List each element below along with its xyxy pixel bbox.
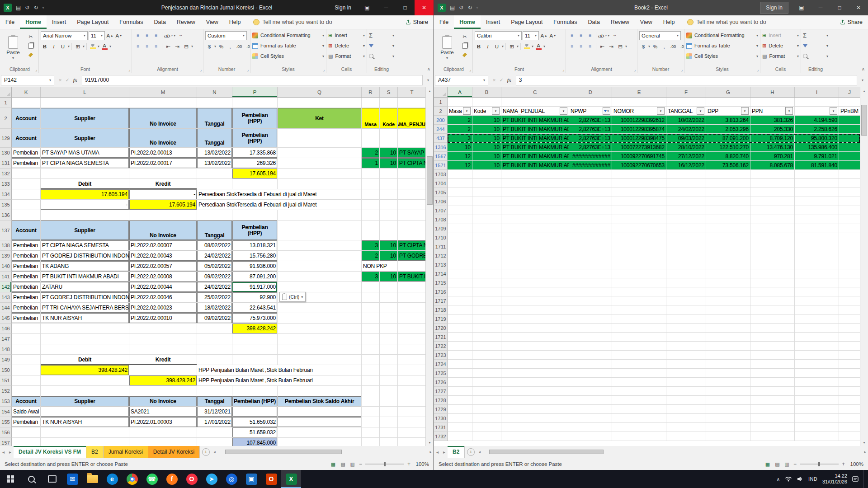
cell-F1709[interactable]	[666, 224, 706, 233]
cell-F1705[interactable]	[666, 188, 706, 197]
cell-Q131[interactable]	[278, 158, 362, 169]
cell-E2[interactable]: NOMOR▾	[612, 107, 666, 116]
cell-D1709[interactable]	[569, 224, 612, 233]
cell-S154[interactable]	[380, 407, 398, 417]
cell-J1731[interactable]	[839, 423, 860, 432]
cell-E1722[interactable]	[612, 342, 666, 351]
row-header-1718[interactable]: 1718	[434, 305, 448, 314]
cell-M143[interactable]: PI.2022.02.00046	[129, 292, 197, 303]
row-header-1725[interactable]: 1725	[434, 369, 448, 378]
cell-I1727[interactable]	[795, 387, 839, 396]
tell-me-box[interactable]: Tell me what you want to do	[253, 15, 332, 29]
taskbar-app-mail[interactable]: ✉	[62, 470, 82, 488]
cell-N156[interactable]	[197, 427, 232, 438]
cell-A1728[interactable]	[448, 396, 472, 405]
cell-C1714[interactable]	[501, 269, 569, 278]
cell-D1715[interactable]	[569, 278, 612, 287]
cell-I1725[interactable]	[795, 369, 839, 378]
cell-S153[interactable]	[380, 396, 398, 407]
cell-L156[interactable]	[41, 427, 129, 438]
cell-P131[interactable]: 269.326	[232, 158, 278, 169]
row-header-147[interactable]: 147	[0, 334, 12, 344]
cell-T135[interactable]	[398, 200, 425, 210]
increase-decimal-button[interactable]: .00	[235, 42, 243, 51]
scroll-down-icon[interactable]: ▾	[426, 439, 434, 446]
cell-A437[interactable]: 3	[448, 134, 472, 143]
name-box[interactable]: P142▾	[1, 75, 54, 85]
filter-button[interactable]: ▾	[492, 107, 500, 115]
row-header-1731[interactable]: 1731	[434, 423, 448, 432]
dialog-launcher-icon[interactable]: ⌟	[562, 67, 564, 72]
row-header-142[interactable]: 142	[0, 282, 12, 292]
cell-G1719[interactable]	[706, 314, 750, 324]
cell-S1[interactable]	[380, 98, 398, 108]
cut-button[interactable]: ✂	[459, 33, 470, 41]
cell-K2[interactable]: Account	[12, 108, 41, 129]
cell-R137[interactable]	[362, 221, 380, 240]
tab-data[interactable]: Data	[582, 15, 605, 29]
row-header-1723[interactable]: 1723	[434, 351, 448, 360]
cell-P148[interactable]	[232, 344, 278, 355]
cell-B1567[interactable]: 10	[472, 152, 501, 161]
row-header-1726[interactable]: 1726	[434, 378, 448, 387]
cell-B1707[interactable]	[472, 206, 501, 215]
row-header-149[interactable]: 149	[0, 355, 12, 365]
cell-P132[interactable]: 17.605.194	[232, 169, 278, 179]
cell-G1567[interactable]: 8.820.740	[706, 152, 750, 161]
cell-T146[interactable]	[398, 324, 425, 334]
cell-T131[interactable]: PT CIPTA NIAGA SEMESTA	[398, 158, 425, 169]
undo-icon[interactable]: ↺	[459, 5, 463, 11]
cell-J1713[interactable]	[839, 260, 860, 269]
cell-S130[interactable]: 10	[380, 148, 398, 158]
horizontal-scroll-thumb[interactable]	[225, 450, 342, 454]
cell-C200[interactable]: PT BUKIT INTI MAKMUR ABADI	[501, 116, 569, 125]
sheet-tab-detail-jv-koreksi[interactable]: Detail JV Koreksi	[148, 446, 200, 458]
cell-G1706[interactable]	[706, 197, 750, 206]
autosum-button[interactable]: Σ▾	[803, 31, 828, 40]
cell-A1712[interactable]	[448, 251, 472, 260]
cell-C1[interactable]	[501, 98, 569, 107]
row-header-1705[interactable]: 1705	[434, 188, 448, 197]
cell-D1708[interactable]	[569, 215, 612, 224]
cell-T2[interactable]: NAMA_PENJUAL	[398, 108, 425, 129]
cell-P147[interactable]	[232, 334, 278, 344]
cell-B1729[interactable]	[472, 405, 501, 414]
cell-C1704[interactable]	[501, 179, 569, 188]
row-header-1[interactable]: 1	[434, 98, 448, 107]
cell-B1731[interactable]	[472, 423, 501, 432]
grow-font-button[interactable]: A▲	[106, 31, 114, 40]
cell-K153[interactable]: Account	[12, 396, 41, 407]
cell-K152[interactable]	[12, 386, 41, 396]
autosum-button[interactable]: Σ▾	[369, 31, 394, 40]
cell-I1703[interactable]	[795, 170, 839, 179]
cell-A1723[interactable]	[448, 351, 472, 360]
horizontal-scroll-thumb[interactable]	[489, 450, 604, 454]
cell-I1715[interactable]	[795, 278, 839, 287]
copy-button[interactable]	[25, 42, 36, 50]
filter-button[interactable]: ▾	[785, 107, 793, 115]
volume-icon[interactable]	[797, 476, 803, 482]
cell-L137[interactable]: Supplier	[41, 221, 129, 240]
row-header-148[interactable]: 148	[0, 344, 12, 355]
ribbon-display-options-icon[interactable]: ▣	[792, 0, 811, 15]
quick-access-customize-icon[interactable]: ▾	[42, 6, 44, 10]
cell-G1722[interactable]	[706, 342, 750, 351]
dialog-launcher-icon[interactable]: ⌟	[681, 67, 683, 72]
cell-H1711[interactable]	[750, 242, 795, 251]
cell-J1[interactable]	[839, 98, 860, 107]
page-layout-view-button[interactable]: ▤	[774, 461, 780, 467]
horizontal-scrollbar[interactable]: ◂▸	[476, 446, 868, 458]
cell-S146[interactable]	[380, 324, 398, 334]
bold-button[interactable]: B	[475, 42, 483, 51]
cell-F1730[interactable]	[666, 414, 706, 423]
cell-T132[interactable]	[398, 169, 425, 179]
column-header-T[interactable]: T	[398, 87, 425, 97]
cell-B437[interactable]: 10	[472, 134, 501, 143]
cell-M141[interactable]: PI.2022.02.00008	[129, 272, 197, 282]
tab-formulas[interactable]: Formulas	[548, 15, 582, 29]
row-header-138[interactable]: 138	[0, 240, 12, 251]
cell-F1704[interactable]	[666, 179, 706, 188]
cell-E1706[interactable]	[612, 197, 666, 206]
cell-E1719[interactable]	[612, 314, 666, 324]
cell-Q1[interactable]	[278, 98, 362, 108]
